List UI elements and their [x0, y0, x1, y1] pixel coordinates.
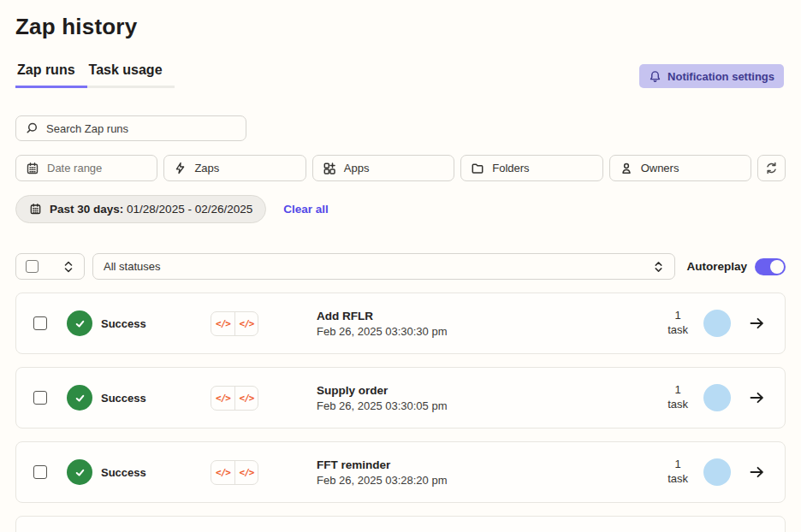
notification-settings-label: Notification settings: [668, 70, 774, 83]
search-box: [15, 115, 246, 141]
row-checkbox[interactable]: [33, 316, 47, 330]
refresh-button[interactable]: [757, 155, 786, 181]
status-label: Success: [101, 466, 146, 479]
status-cluster: Success: [67, 385, 180, 411]
open-run-arrow-button[interactable]: [748, 315, 766, 332]
status-cluster: Success: [67, 459, 180, 485]
status-select-value: All statuses: [104, 260, 160, 273]
task-count-value: 1: [668, 458, 688, 472]
run-name: FFT reminder: [317, 458, 668, 471]
zap-run-row-partial[interactable]: [15, 516, 786, 532]
code-app-icon: </>: [234, 312, 258, 335]
chip-range: 01/28/2025 - 02/26/2025: [127, 203, 252, 216]
app-icons-group: </> </>: [211, 460, 258, 485]
zaps-filter-button[interactable]: Zaps: [163, 155, 306, 181]
date-range-label: Date range: [47, 162, 102, 174]
chip-text: Past 30 days: 01/28/2025 - 02/26/2025: [50, 203, 252, 216]
calendar-icon: [29, 203, 42, 216]
zaps-label: Zaps: [194, 162, 219, 174]
run-timestamp: Feb 26, 2025 03:30:05 pm: [317, 399, 668, 412]
date-range-filter-button[interactable]: Date range: [15, 155, 157, 181]
app-icons-group: </> </>: [211, 311, 258, 336]
open-run-arrow-button[interactable]: [748, 464, 766, 481]
owners-filter-button[interactable]: Owners: [609, 155, 751, 181]
folders-filter-button[interactable]: Folders: [460, 155, 602, 181]
task-count-label: task: [668, 323, 688, 338]
code-app-icon: </>: [234, 387, 258, 410]
row-checkbox[interactable]: [33, 465, 47, 479]
zap-history-page: Zap history Zap runs Task usage Notifica…: [0, 0, 801, 532]
run-timestamp: Feb 26, 2025 03:30:30 pm: [317, 325, 668, 338]
task-count: 1 task: [668, 309, 688, 338]
run-name: Add RFLR: [317, 310, 668, 322]
bell-icon: [649, 70, 662, 83]
toggle-knob: [770, 260, 784, 274]
refresh-icon: [764, 161, 779, 175]
date-range-chip[interactable]: Past 30 days: 01/28/2025 - 02/26/2025: [15, 195, 266, 223]
arrow-right-icon: [748, 464, 766, 481]
apps-label: Apps: [344, 162, 370, 174]
code-app-icon: </>: [234, 461, 258, 484]
filters-row: Date range Zaps Apps: [15, 155, 786, 181]
success-badge: [67, 310, 92, 336]
zap-run-row[interactable]: Success </> </> Add RFLR Feb 26, 2025 03…: [15, 293, 786, 354]
search-icon: [25, 121, 39, 135]
check-icon: [74, 466, 86, 479]
autoreplay-label: Autoreplay: [686, 260, 747, 273]
success-badge: [67, 459, 92, 485]
open-run-arrow-button[interactable]: [748, 389, 766, 406]
active-filters-row: Past 30 days: 01/28/2025 - 02/26/2025 Cl…: [15, 195, 786, 223]
page-title: Zap history: [15, 14, 786, 40]
task-count-value: 1: [668, 309, 688, 323]
zap-icon: [174, 162, 187, 174]
task-count-label: task: [668, 472, 688, 487]
autoreplay-control: Autoreplay: [686, 258, 786, 275]
notification-settings-button[interactable]: Notification settings: [639, 64, 784, 88]
folder-icon: [471, 162, 484, 175]
owner-icon: [620, 162, 633, 175]
code-app-icon: </>: [211, 312, 234, 335]
calendar-icon: [26, 162, 39, 175]
task-count-value: 1: [668, 383, 688, 398]
status-label: Success: [101, 392, 146, 405]
owner-avatar: [703, 384, 731, 411]
app-icons-group: </> </>: [211, 386, 258, 411]
apps-icon: [323, 162, 336, 175]
run-timestamp: Feb 26, 2025 03:28:20 pm: [317, 474, 668, 487]
apps-filter-button[interactable]: Apps: [312, 155, 454, 181]
tab-zap-runs[interactable]: Zap runs: [15, 62, 87, 88]
status-filter-select[interactable]: All statuses: [92, 253, 675, 280]
owner-avatar: [703, 310, 731, 337]
chip-label-bold: Past 30 days:: [50, 203, 123, 216]
status-label: Success: [101, 317, 146, 330]
task-count: 1 task: [668, 458, 688, 487]
autoreplay-toggle[interactable]: [755, 258, 786, 275]
success-badge: [67, 385, 92, 411]
arrow-right-icon: [748, 315, 766, 332]
task-count-label: task: [668, 398, 688, 412]
arrow-right-icon: [748, 389, 766, 406]
search-input[interactable]: [46, 122, 237, 135]
zap-run-row[interactable]: Success </> </> Supply order Feb 26, 202…: [15, 367, 786, 429]
clear-all-link[interactable]: Clear all: [283, 203, 329, 216]
zap-runs-list: Success </> </> Add RFLR Feb 26, 2025 03…: [15, 293, 786, 532]
run-info: Add RFLR Feb 26, 2025 03:30:30 pm: [317, 310, 668, 338]
status-cluster: Success: [67, 310, 180, 336]
owners-label: Owners: [641, 162, 679, 174]
run-info: FFT reminder Feb 26, 2025 03:28:20 pm: [317, 458, 668, 487]
run-info: Supply order Feb 26, 2025 03:30:05 pm: [317, 384, 668, 412]
select-all-control[interactable]: [15, 253, 85, 280]
tab-task-usage[interactable]: Task usage: [87, 62, 175, 88]
row-checkbox[interactable]: [33, 391, 47, 405]
check-icon: [74, 392, 86, 405]
code-app-icon: </>: [211, 461, 234, 484]
chevron-updown-icon: [653, 260, 664, 274]
task-count: 1 task: [668, 383, 688, 412]
check-icon: [74, 317, 86, 330]
run-name: Supply order: [317, 384, 668, 397]
code-app-icon: </>: [211, 387, 234, 410]
select-all-checkbox[interactable]: [26, 260, 39, 273]
zap-run-row[interactable]: Success </> </> FFT reminder Feb 26, 202…: [15, 441, 786, 503]
folders-label: Folders: [492, 162, 529, 174]
sort-chevrons-icon: [62, 260, 74, 274]
